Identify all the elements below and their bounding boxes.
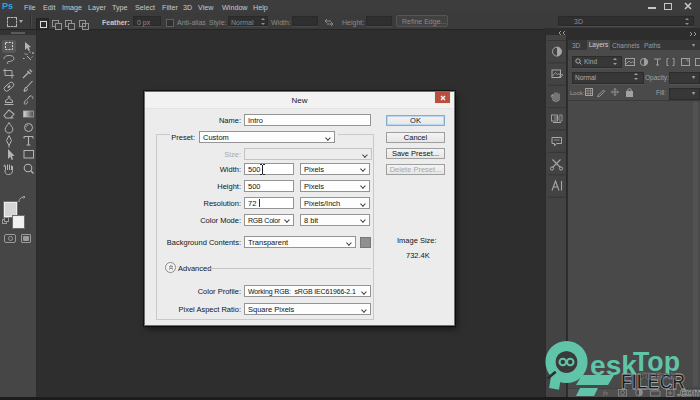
- svg-text:.com: .com: [677, 386, 700, 398]
- svg-text:FILECR: FILECR: [640, 371, 677, 381]
